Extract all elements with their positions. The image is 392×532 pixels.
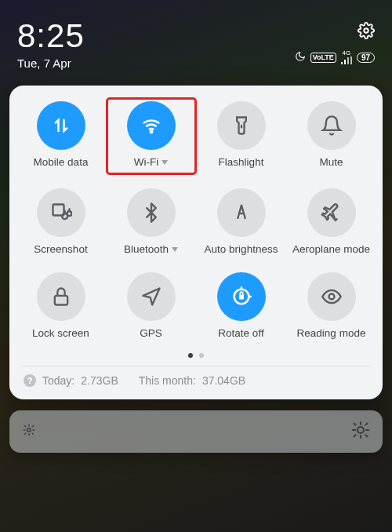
svg-point-11	[328, 294, 334, 300]
usage-today-label: Today:	[42, 374, 74, 387]
usage-month-label: This month:	[139, 374, 196, 387]
statusbar: 8:25 Tue, 7 Apr VoLTE 4G 97	[0, 0, 392, 76]
location-icon	[127, 272, 176, 321]
tile-lock-screen[interactable]: Lock screen	[18, 271, 104, 341]
tile-bluetooth[interactable]: Bluetooth	[108, 187, 194, 257]
tile-screenshot[interactable]: Screenshot	[18, 187, 104, 257]
svg-line-26	[354, 424, 356, 425]
settings-icon[interactable]	[358, 22, 375, 42]
battery-percent: 97	[361, 53, 370, 62]
svg-line-19	[25, 433, 26, 434]
moon-icon	[295, 51, 306, 64]
svg-line-29	[365, 424, 367, 425]
tile-label: Rotate off	[218, 327, 263, 339]
data-usage-row[interactable]: ? Today: 2.73GB This month: 37.04GB	[17, 366, 375, 392]
rotate-lock-icon	[217, 272, 266, 321]
svg-rect-10	[239, 295, 244, 300]
tile-label: Reading mode	[297, 327, 366, 339]
tile-auto-brightness[interactable]: Auto brightness	[198, 187, 285, 257]
quick-settings-panel: Mobile data Wi-Fi Flashlight Mute	[9, 86, 383, 399]
tile-label: Aeroplane mode	[292, 243, 370, 255]
svg-line-28	[354, 435, 356, 436]
tile-label: Auto brightness	[205, 243, 278, 255]
battery-icon: 97	[357, 53, 375, 63]
aeroplane-icon	[307, 188, 356, 237]
brightness-low-icon	[22, 423, 36, 440]
tile-mute[interactable]: Mute	[289, 100, 375, 173]
tile-aeroplane-mode[interactable]: Aeroplane mode	[289, 187, 375, 257]
brightness-slider[interactable]	[9, 410, 383, 453]
svg-line-20	[32, 426, 33, 427]
expand-icon	[172, 247, 178, 252]
status-icons: VoLTE 4G 97	[295, 50, 375, 64]
usage-today-value: 2.73GB	[81, 374, 118, 387]
volte-badge: VoLTE	[310, 53, 336, 63]
brightness-high-icon	[351, 421, 370, 443]
bell-icon	[307, 101, 356, 150]
signal-icon: 4G	[341, 50, 352, 64]
lock-icon	[37, 272, 85, 321]
svg-rect-8	[54, 296, 67, 305]
tile-label: Flashlight	[219, 156, 264, 168]
clock: 8:25	[17, 17, 85, 55]
tile-wifi[interactable]: Wi-Fi	[108, 100, 194, 173]
tile-flashlight[interactable]: Flashlight	[198, 100, 285, 173]
svg-line-27	[365, 435, 367, 436]
svg-point-12	[27, 428, 31, 432]
mobile-data-icon	[37, 101, 85, 150]
statusbar-right: VoLTE 4G 97	[295, 17, 375, 64]
tile-label: Bluetooth	[124, 243, 169, 255]
flashlight-icon	[217, 101, 266, 150]
page-indicator	[17, 353, 375, 358]
tile-label: GPS	[140, 327, 162, 339]
tile-reading-mode[interactable]: Reading mode	[289, 271, 375, 341]
auto-brightness-icon	[217, 188, 266, 237]
tile-label: Mute	[319, 156, 343, 168]
screenshot-icon	[37, 188, 85, 237]
tile-label: Screenshot	[34, 243, 87, 255]
tile-gps[interactable]: GPS	[108, 271, 194, 341]
statusbar-left: 8:25 Tue, 7 Apr	[17, 17, 85, 70]
tile-rotate-off[interactable]: Rotate off	[198, 271, 285, 341]
eye-icon	[307, 272, 356, 321]
tile-label: Wi-Fi	[134, 156, 158, 168]
network-type: 4G	[343, 50, 351, 56]
date: Tue, 7 Apr	[17, 56, 85, 70]
page-dot-1	[188, 353, 193, 358]
tile-label: Mobile data	[34, 156, 89, 168]
svg-line-17	[25, 426, 26, 427]
usage-month-value: 37.04GB	[202, 374, 245, 387]
svg-line-18	[32, 433, 33, 434]
page-dot-2	[199, 353, 204, 358]
wifi-icon	[127, 101, 176, 150]
svg-point-21	[358, 427, 364, 433]
svg-point-1	[150, 131, 151, 133]
tile-mobile-data[interactable]: Mobile data	[18, 100, 104, 173]
tile-label: Lock screen	[32, 327, 89, 339]
expand-icon	[162, 160, 168, 165]
bluetooth-icon	[127, 188, 176, 237]
info-icon: ?	[24, 374, 36, 387]
svg-point-0	[364, 28, 368, 33]
tiles-grid: Mobile data Wi-Fi Flashlight Mute	[17, 100, 375, 341]
